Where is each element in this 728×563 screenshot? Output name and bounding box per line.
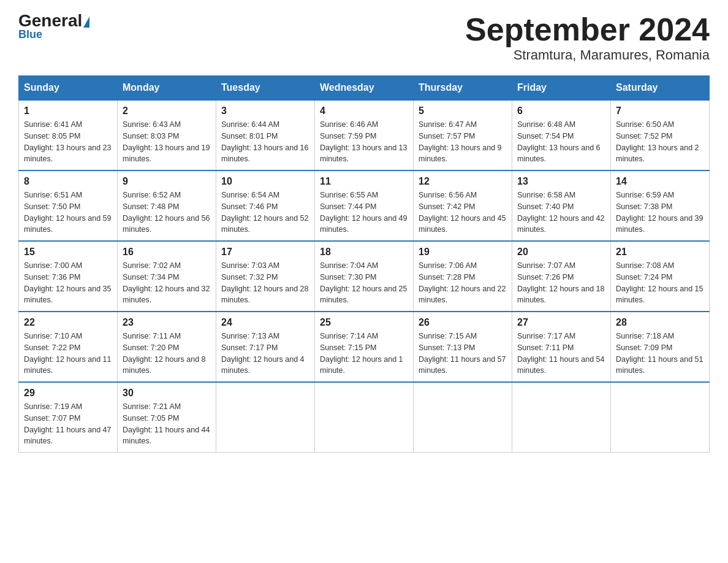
day-number: 8 — [24, 176, 112, 187]
sunset-text: Sunset: 8:03 PM — [123, 132, 179, 140]
day-number: 26 — [419, 317, 507, 328]
day-number: 11 — [320, 176, 408, 187]
col-monday: Monday — [118, 76, 216, 101]
day-number: 30 — [123, 388, 211, 399]
sunrise-text: Sunrise: 6:43 AM — [123, 120, 181, 129]
calendar-day-cell: 13Sunrise: 6:58 AMSunset: 7:40 PMDayligh… — [512, 170, 611, 241]
day-number: 23 — [123, 317, 211, 328]
sunrise-text: Sunrise: 7:13 AM — [221, 332, 279, 340]
day-number: 10 — [221, 176, 309, 187]
sunset-text: Sunset: 8:05 PM — [24, 132, 80, 140]
sunrise-text: Sunrise: 7:17 AM — [517, 332, 575, 340]
day-info: Sunrise: 7:17 AMSunset: 7:11 PMDaylight:… — [517, 331, 605, 377]
day-info: Sunrise: 7:14 AMSunset: 7:15 PMDaylight:… — [320, 331, 408, 377]
day-info: Sunrise: 7:15 AMSunset: 7:13 PMDaylight:… — [419, 331, 507, 377]
calendar-table: Sunday Monday Tuesday Wednesday Thursday… — [18, 75, 710, 453]
day-number: 14 — [616, 176, 704, 187]
day-info: Sunrise: 7:21 AMSunset: 7:05 PMDaylight:… — [123, 401, 211, 447]
sunset-text: Sunset: 7:26 PM — [517, 273, 574, 282]
calendar-day-cell: 29Sunrise: 7:19 AMSunset: 7:07 PMDayligh… — [19, 382, 118, 453]
sunset-text: Sunset: 7:13 PM — [419, 343, 475, 352]
col-saturday: Saturday — [611, 76, 710, 101]
sunset-text: Sunset: 7:48 PM — [123, 202, 179, 211]
daylight-text: Daylight: 12 hours and 18 minutes. — [517, 285, 604, 305]
daylight-text: Daylight: 12 hours and 49 minutes. — [320, 214, 407, 234]
sunset-text: Sunset: 7:40 PM — [517, 202, 574, 211]
day-info: Sunrise: 6:54 AMSunset: 7:46 PMDaylight:… — [221, 190, 309, 236]
day-number: 9 — [123, 176, 211, 187]
sunrise-text: Sunrise: 7:06 AM — [419, 261, 477, 270]
daylight-text: Daylight: 11 hours and 47 minutes. — [24, 426, 111, 446]
day-info: Sunrise: 7:18 AMSunset: 7:09 PMDaylight:… — [616, 331, 704, 377]
day-number: 12 — [419, 176, 507, 187]
daylight-text: Daylight: 12 hours and 25 minutes. — [320, 285, 407, 305]
calendar-day-cell: 28Sunrise: 7:18 AMSunset: 7:09 PMDayligh… — [611, 312, 710, 382]
sunrise-text: Sunrise: 7:00 AM — [24, 261, 82, 270]
calendar-day-cell: 2Sunrise: 6:43 AMSunset: 8:03 PMDaylight… — [118, 100, 216, 170]
day-number: 20 — [517, 247, 605, 258]
sunrise-text: Sunrise: 6:46 AM — [320, 120, 378, 129]
calendar-subtitle: Stramtura, Maramures, Romania — [465, 47, 710, 63]
day-info: Sunrise: 6:51 AMSunset: 7:50 PMDaylight:… — [24, 190, 112, 236]
logo-triangle-icon — [83, 17, 89, 28]
calendar-day-cell: 5Sunrise: 6:47 AMSunset: 7:57 PMDaylight… — [414, 100, 512, 170]
day-info: Sunrise: 6:47 AMSunset: 7:57 PMDaylight:… — [419, 119, 507, 165]
sunrise-text: Sunrise: 7:10 AM — [24, 332, 82, 340]
sunset-text: Sunset: 7:17 PM — [221, 343, 278, 352]
logo-blue-text: Blue — [18, 28, 42, 41]
calendar-day-cell: 23Sunrise: 7:11 AMSunset: 7:20 PMDayligh… — [118, 312, 216, 382]
sunrise-text: Sunrise: 7:08 AM — [616, 261, 674, 270]
calendar-day-cell: 19Sunrise: 7:06 AMSunset: 7:28 PMDayligh… — [414, 241, 512, 312]
daylight-text: Daylight: 13 hours and 13 minutes. — [320, 144, 407, 164]
daylight-text: Daylight: 12 hours and 8 minutes. — [123, 355, 206, 375]
day-info: Sunrise: 6:56 AMSunset: 7:42 PMDaylight:… — [419, 190, 507, 236]
daylight-text: Daylight: 12 hours and 22 minutes. — [419, 285, 506, 305]
day-info: Sunrise: 6:44 AMSunset: 8:01 PMDaylight:… — [221, 119, 309, 165]
sunrise-text: Sunrise: 6:55 AM — [320, 191, 378, 199]
daylight-text: Daylight: 11 hours and 57 minutes. — [419, 355, 506, 375]
daylight-text: Daylight: 12 hours and 45 minutes. — [419, 214, 506, 234]
calendar-week-row: 1Sunrise: 6:41 AMSunset: 8:05 PMDaylight… — [19, 100, 710, 170]
daylight-text: Daylight: 13 hours and 19 minutes. — [123, 144, 210, 164]
day-info: Sunrise: 6:50 AMSunset: 7:52 PMDaylight:… — [616, 119, 704, 165]
sunrise-text: Sunrise: 6:59 AM — [616, 191, 674, 199]
daylight-text: Daylight: 11 hours and 44 minutes. — [123, 426, 210, 446]
day-number: 6 — [517, 105, 605, 117]
daylight-text: Daylight: 12 hours and 42 minutes. — [517, 214, 604, 234]
calendar-day-cell: 20Sunrise: 7:07 AMSunset: 7:26 PMDayligh… — [512, 241, 611, 312]
calendar-day-cell: 18Sunrise: 7:04 AMSunset: 7:30 PMDayligh… — [315, 241, 414, 312]
sunset-text: Sunset: 8:01 PM — [221, 132, 278, 140]
sunset-text: Sunset: 7:20 PM — [123, 343, 179, 352]
day-number: 15 — [24, 247, 112, 258]
sunset-text: Sunset: 7:22 PM — [24, 343, 80, 352]
calendar-day-cell: 17Sunrise: 7:03 AMSunset: 7:32 PMDayligh… — [216, 241, 315, 312]
col-friday: Friday — [512, 76, 611, 101]
daylight-text: Daylight: 12 hours and 52 minutes. — [221, 214, 308, 234]
day-info: Sunrise: 7:13 AMSunset: 7:17 PMDaylight:… — [221, 331, 309, 377]
daylight-text: Daylight: 12 hours and 59 minutes. — [24, 214, 111, 234]
day-info: Sunrise: 6:58 AMSunset: 7:40 PMDaylight:… — [517, 190, 605, 236]
sunset-text: Sunset: 7:34 PM — [123, 273, 179, 282]
day-number: 21 — [616, 247, 704, 258]
day-number: 7 — [616, 105, 704, 117]
sunrise-text: Sunrise: 7:02 AM — [123, 261, 181, 270]
calendar-day-cell: 1Sunrise: 6:41 AMSunset: 8:05 PMDaylight… — [19, 100, 118, 170]
day-number: 29 — [24, 388, 112, 399]
calendar-day-cell: 26Sunrise: 7:15 AMSunset: 7:13 PMDayligh… — [414, 312, 512, 382]
calendar-title: September 2024 — [465, 12, 710, 47]
daylight-text: Daylight: 12 hours and 4 minutes. — [221, 355, 305, 375]
sunset-text: Sunset: 7:07 PM — [24, 414, 80, 423]
sunrise-text: Sunrise: 6:58 AM — [517, 191, 575, 199]
sunrise-text: Sunrise: 7:19 AM — [24, 402, 82, 411]
daylight-text: Daylight: 12 hours and 11 minutes. — [24, 355, 111, 375]
day-number: 28 — [616, 317, 704, 328]
day-info: Sunrise: 6:48 AMSunset: 7:54 PMDaylight:… — [517, 119, 605, 165]
calendar-day-cell: 27Sunrise: 7:17 AMSunset: 7:11 PMDayligh… — [512, 312, 611, 382]
day-number: 4 — [320, 105, 408, 117]
sunrise-text: Sunrise: 6:48 AM — [517, 120, 575, 129]
day-info: Sunrise: 7:11 AMSunset: 7:20 PMDaylight:… — [123, 331, 211, 377]
logo: General Blue — [18, 12, 89, 41]
day-number: 3 — [221, 105, 309, 117]
sunset-text: Sunset: 7:50 PM — [24, 202, 80, 211]
day-info: Sunrise: 6:52 AMSunset: 7:48 PMDaylight:… — [123, 190, 211, 236]
